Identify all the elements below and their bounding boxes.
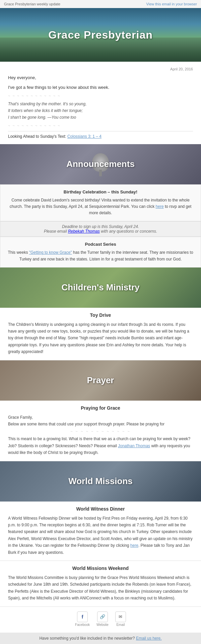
world-missions-banner: World Missions [0,461,201,502]
podcast-content: This weeks "Getting to know Grace" has t… [6,249,195,262]
toy-drive-title: Toy Drive [8,312,193,318]
poem-line2: It totters when she licks it with her to… [8,107,193,114]
newsletter-text: Have something you'd like included in th… [39,636,135,641]
email-icon-group[interactable]: ✉ Email [115,611,126,627]
website-icon-group[interactable]: 🔗 Website [96,611,109,627]
world-witness-content: World Witness Dinner A World Witness Fel… [0,502,201,561]
children-ministry-banner: Children's Ministry [0,268,201,308]
rebekah-thomas-link[interactable]: Rebekah Thomas [68,229,100,234]
poem-squiggles-top: ~ ~ ~ ~ ~ ~ ~ ~ ~ ~ ~ ~ [8,94,193,98]
top-bar-update-text: Grace Presbyterian weekly update [4,2,60,6]
hero-title: Grace Presbyterian [0,8,201,62]
jonathan-thomas-link[interactable]: Jonathan Thomas [118,444,150,448]
poem-line3: I shan't be gone long. —You come too [8,114,193,121]
view-in-browser-link[interactable]: View this email in your browser [146,2,197,6]
praying-for-grace-title: Praying for Grace [8,405,193,411]
greeting: Hey everyone, [8,74,193,81]
world-missions-weekend-title: World Missions Weekend [8,566,193,571]
birthday-rsvp-link[interactable]: here [156,204,164,209]
world-missions-weekend-text: The World Missions Committee is busy pla… [8,574,193,602]
website-icon[interactable]: 🔗 [97,611,108,622]
prayer-body: This is meant to be a growing list. What… [8,435,193,456]
main-content: April 20, 2016 Hey everyone, I've got a … [0,62,201,144]
looking-ahead-link[interactable]: Colossians 3: 1 – 4 [67,134,102,139]
birthday-box: Birthday Celebration – this Sunday! Come… [0,184,201,222]
facebook-icon[interactable]: f [77,611,88,622]
facebook-label: Facebook [75,623,90,627]
getting-to-know-grace-link[interactable]: "Getting to know Grace" [29,250,72,255]
world-witness-text: A World Witness Fellowship Dinner will b… [8,515,193,556]
world-missions-weekend-content: World Missions Weekend The World Mission… [0,561,201,606]
podcast-title: Podcast Series [6,242,195,247]
announcements-banner: Announcements [0,144,201,184]
poem-line1: That's standing by the mother. It's so y… [8,101,193,107]
social-icon-row: f Facebook 🔗 Website ✉ Email [5,611,196,627]
toy-drive-content: The Children's Ministry is undergoing a … [8,321,193,355]
email-icon[interactable]: ✉ [115,611,126,622]
world-witness-title: World Witness Dinner [8,506,193,512]
facebook-icon-group[interactable]: f Facebook [75,611,90,627]
deadline-email: Please email Rebekah Thomas with any que… [6,229,195,234]
birthday-content: Come celebrate David Leedom's second bir… [6,197,195,217]
hero-banner: Grace Presbyterian [0,8,201,62]
intro-body: I've got a few things to let you know ab… [8,84,193,91]
announcements-banner-title: Announcements [66,159,135,169]
newsletter-bar: Have something you'd like included in th… [0,633,201,644]
deadline-box: Deadline to sign up is this Sunday, Apri… [0,221,201,237]
prayer-banner: Prayer [0,360,201,401]
prayer-banner-title: Prayer [87,375,114,386]
poem-squiggles-bottom: ~ ~ ~ ~ ~ ~ ~ ~ ~ ~ ~ ~ [8,124,193,128]
email-date: April 20, 2016 [8,67,193,71]
email-wrapper: Grace Presbyterian weekly update View th… [0,0,201,644]
podcast-box: Podcast Series This weeks "Getting to kn… [0,237,201,267]
children-banner-title: Children's Ministry [62,282,140,293]
prayer-squiggles: ~ ~ ~ ~ ~ ~ ~ ~ ~ ~ ~ ~ [8,427,193,435]
prayer-content: Praying for Grace Grace Family, Below ar… [0,401,201,461]
newsletter-email-link[interactable]: Email us here. [136,636,162,641]
witness-dinner-link[interactable]: here [130,543,138,548]
looking-ahead: Looking Ahead to Sunday's Text: Colossia… [8,131,193,139]
world-missions-banner-title: World Missions [68,476,133,486]
prayer-intro: Below are some items that could use your… [8,421,193,427]
deadline-text: Deadline to sign up is this Sunday, Apri… [6,224,195,229]
poem-block: That's standing by the mother. It's so y… [8,101,193,121]
email-label: Email [116,623,125,627]
prayer-greeting: Grace Family, [8,414,193,421]
social-footer: f Facebook 🔗 Website ✉ Email [0,607,201,633]
children-content: Toy Drive The Children's Ministry is und… [0,308,201,360]
top-bar: Grace Presbyterian weekly update View th… [0,0,201,8]
birthday-title: Birthday Celebration – this Sunday! [6,189,195,194]
website-label: Website [96,623,109,627]
looking-ahead-label: Looking Ahead to Sunday's Text: [8,134,66,139]
